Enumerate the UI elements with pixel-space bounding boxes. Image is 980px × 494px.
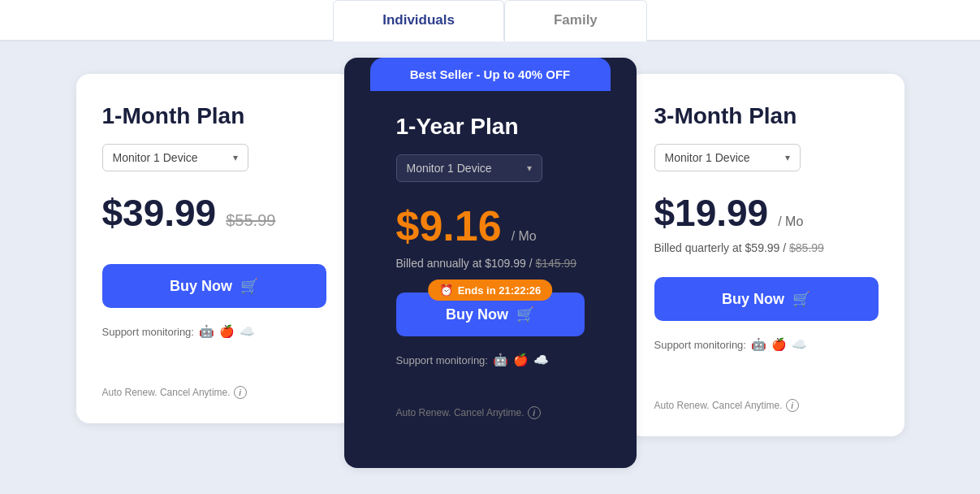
cart-icon-quarterly: 🛒 bbox=[792, 290, 810, 308]
price-row-yearly: $9.16 / Mo bbox=[396, 202, 585, 250]
tab-family[interactable]: Family bbox=[504, 0, 647, 41]
info-icon-monthly[interactable]: i bbox=[234, 386, 247, 399]
tab-individuals[interactable]: Individuals bbox=[333, 0, 504, 41]
auto-renew-monthly: Auto Renew. Cancel Anytime. i bbox=[102, 386, 326, 399]
support-icons-monthly: 🤖 🍎 ☁️ bbox=[199, 324, 255, 339]
cart-icon-yearly: 🛒 bbox=[516, 306, 534, 323]
price-main-monthly: $39.99 bbox=[102, 191, 217, 235]
support-row-yearly: Support monitoring: 🤖 🍎 ☁️ bbox=[396, 353, 585, 367]
price-main-quarterly: $19.99 bbox=[654, 191, 769, 235]
clock-icon: ⏰ bbox=[439, 284, 453, 297]
cart-icon: 🛒 bbox=[240, 277, 258, 295]
buy-button-quarterly[interactable]: Buy Now 🛒 bbox=[654, 277, 879, 321]
android-icon-quarterly: 🤖 bbox=[751, 337, 766, 352]
auto-renew-yearly: Auto Renew. Cancel Anytime. i bbox=[396, 406, 585, 419]
support-icons-quarterly: 🤖 🍎 ☁️ bbox=[751, 337, 807, 352]
device-selector-monthly[interactable]: Monitor 1 Device ▾ bbox=[102, 144, 248, 171]
apple-icon-quarterly: 🍎 bbox=[771, 337, 787, 352]
price-original-monthly: $55.99 bbox=[226, 211, 275, 230]
cloud-icon: ☁️ bbox=[240, 324, 255, 339]
auto-renew-quarterly: Auto Renew. Cancel Anytime. i bbox=[654, 399, 879, 412]
apple-icon-yearly: 🍎 bbox=[513, 353, 529, 367]
featured-content: 1-Year Plan Monitor 1 Device ▾ $9.16 / M… bbox=[370, 114, 611, 444]
chevron-down-icon-quarterly: ▾ bbox=[785, 152, 790, 163]
plans-container: 1-Month Plan Monitor 1 Device ▾ $39.99 $… bbox=[0, 41, 980, 494]
apple-icon: 🍎 bbox=[219, 324, 235, 339]
buy-btn-wrapper-monthly: Buy Now 🛒 bbox=[102, 264, 326, 308]
price-period-yearly: / Mo bbox=[512, 229, 537, 244]
device-selector-yearly[interactable]: Monitor 1 Device ▾ bbox=[396, 154, 542, 182]
android-icon: 🤖 bbox=[199, 324, 214, 339]
featured-badge: Best Seller - Up to 40% OFF bbox=[370, 58, 611, 91]
cloud-icon-yearly: ☁️ bbox=[533, 353, 549, 367]
price-main-yearly: $9.16 bbox=[396, 202, 502, 250]
plan-card-yearly: Best Seller - Up to 40% OFF 1-Year Plan … bbox=[344, 58, 637, 468]
plan-card-monthly: 1-Month Plan Monitor 1 Device ▾ $39.99 $… bbox=[76, 74, 352, 423]
plan-title-yearly: 1-Year Plan bbox=[396, 114, 585, 140]
tab-bar: Individuals Family bbox=[0, 0, 980, 41]
buy-button-monthly[interactable]: Buy Now 🛒 bbox=[102, 264, 326, 308]
info-icon-yearly[interactable]: i bbox=[528, 406, 541, 419]
plan-title-quarterly: 3-Month Plan bbox=[654, 103, 879, 129]
price-row-monthly: $39.99 $55.99 bbox=[102, 191, 326, 235]
plan-card-quarterly: 3-Month Plan Monitor 1 Device ▾ $19.99 /… bbox=[628, 74, 904, 436]
price-period-quarterly: / Mo bbox=[778, 214, 803, 229]
chevron-down-icon: ▾ bbox=[233, 152, 238, 163]
android-icon-yearly: 🤖 bbox=[493, 353, 508, 367]
billing-note-yearly: Billed annually at $109.99 / $145.99 bbox=[396, 257, 585, 270]
chevron-down-icon-yearly: ▾ bbox=[527, 162, 532, 174]
timer-badge: ⏰ Ends in 21:22:26 bbox=[428, 280, 553, 301]
support-icons-yearly: 🤖 🍎 ☁️ bbox=[493, 353, 549, 367]
price-row-quarterly: $19.99 / Mo bbox=[654, 191, 879, 235]
support-row-monthly: Support monitoring: 🤖 🍎 ☁️ bbox=[102, 324, 326, 339]
cloud-icon-quarterly: ☁️ bbox=[792, 337, 807, 352]
billing-note-quarterly: Billed quarterly at $59.99 / $85.99 bbox=[654, 241, 879, 254]
buy-btn-wrapper-yearly: ⏰ Ends in 21:22:26 Buy Now 🛒 bbox=[396, 292, 585, 336]
buy-btn-wrapper-quarterly: Buy Now 🛒 bbox=[654, 277, 879, 321]
info-icon-quarterly[interactable]: i bbox=[786, 399, 799, 412]
plan-title-monthly: 1-Month Plan bbox=[102, 103, 326, 129]
support-row-quarterly: Support monitoring: 🤖 🍎 ☁️ bbox=[654, 337, 879, 352]
device-selector-quarterly[interactable]: Monitor 1 Device ▾ bbox=[654, 144, 801, 171]
